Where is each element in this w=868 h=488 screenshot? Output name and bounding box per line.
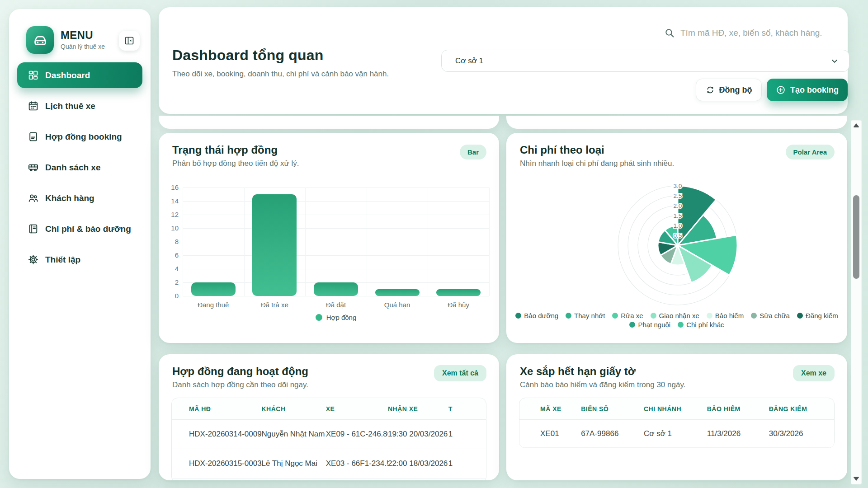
- calendar-icon: [27, 100, 39, 112]
- legend-item[interactable]: Đăng kiểm: [797, 312, 838, 319]
- table-header-row: MÃ XEBIỂN SỐCHI NHÁNHBẢO HIỂMĐĂNG KIỂM: [519, 398, 834, 420]
- scrollbar-down-arrow[interactable]: [853, 476, 860, 482]
- search-input[interactable]: [680, 28, 830, 38]
- table-row[interactable]: XE0167A-99866Cơ sở 111/3/202630/3/2026: [519, 420, 834, 448]
- page-title: Dashboard tổng quan: [172, 47, 323, 64]
- legend-item[interactable]: Rửa xe: [612, 312, 643, 319]
- legend-swatch: [751, 313, 757, 319]
- card-subtitle: Cảnh báo bảo hiểm và đăng kiểm trong 30 …: [520, 380, 685, 389]
- legend-item[interactable]: Bảo hiểm: [707, 312, 744, 319]
- table-cell: 1: [448, 459, 486, 468]
- page-subtitle: Theo dõi xe, booking, doanh thu, chi phí…: [172, 70, 389, 79]
- app-title: MENU: [61, 29, 93, 42]
- bar-1[interactable]: [252, 194, 297, 296]
- y-axis-tick: 10: [160, 224, 179, 232]
- bar-2[interactable]: [314, 282, 358, 296]
- bar-chart-legend: Hợp đồng: [183, 314, 489, 321]
- bar-0[interactable]: [191, 282, 236, 296]
- gridline: [367, 188, 367, 296]
- legend-item[interactable]: Chi phí khác: [678, 321, 724, 328]
- card-title: Trạng thái hợp đồng: [172, 144, 278, 156]
- facility-select[interactable]: Cơ sở 1: [441, 50, 849, 72]
- legend-item[interactable]: Sửa chữa: [751, 312, 790, 319]
- table-row[interactable]: HDX-20260315-0003Lê Thị Ngọc MaiXE03 - 6…: [172, 449, 486, 479]
- x-axis-label: Đã hủy: [428, 301, 489, 309]
- table-cell: Nguyễn Nhật Nam: [262, 430, 326, 439]
- table-cell: XE03 - 66F1-234.56: [326, 459, 388, 468]
- x-axis-label: Đang thuê: [183, 301, 244, 309]
- r-axis-tick: 3.0: [674, 183, 682, 189]
- sidebar-nav: Dashboard Lịch thuê xe Hợp đồng booking …: [17, 62, 142, 277]
- sync-button[interactable]: Đồng bộ: [696, 79, 762, 101]
- chart-type-badge: Bar: [460, 145, 486, 160]
- chart-type-badge: Polar Area: [786, 145, 835, 160]
- polar-area-chart: 0.51.01.52.02.53.0: [506, 168, 847, 317]
- x-axis-label: Đã trả xe: [244, 301, 306, 309]
- table-cell: XE09 - 61C-246.80: [326, 430, 388, 439]
- dashboard-icon: [27, 70, 39, 81]
- gridline: [183, 242, 489, 242]
- legend-label: Giao nhận xe: [659, 312, 699, 319]
- sidebar-item-label: Chi phí & bảo dưỡng: [45, 224, 131, 234]
- app-subtitle: Quản lý thuê xe: [61, 43, 105, 50]
- app-logo: [26, 26, 54, 54]
- legend-swatch: [515, 313, 521, 319]
- table-cell: 1: [448, 430, 486, 439]
- view-all-button[interactable]: Xem tất cả: [434, 365, 486, 381]
- sidebar-item-customers[interactable]: Khách hàng: [17, 185, 142, 211]
- vertical-scrollbar[interactable]: [851, 120, 862, 484]
- card-subtitle: Phân bố hợp đồng theo tiến độ xử lý.: [172, 159, 299, 168]
- legend-item[interactable]: Giao nhận xe: [651, 312, 699, 319]
- sidebar-item-rental-schedule[interactable]: Lịch thuê xe: [17, 93, 142, 119]
- column-header: CHI NHÁNH: [644, 405, 707, 413]
- sidebar-item-label: Hợp đồng booking: [45, 132, 122, 142]
- bar-3[interactable]: [375, 289, 420, 296]
- sidebar-item-booking-contracts[interactable]: Hợp đồng booking: [17, 124, 142, 150]
- card-subtitle: Danh sách hợp đồng cần theo dõi ngay.: [172, 380, 308, 389]
- bar-4[interactable]: [436, 289, 481, 296]
- y-axis-tick: 2: [160, 278, 179, 286]
- table-header-row: MÃ HĐKHÁCHXENHẬN XET: [172, 398, 486, 420]
- table-row[interactable]: HDX-20260314-0009Nguyễn Nhật NamXE09 - 6…: [172, 420, 486, 449]
- legend-item[interactable]: Phạt nguội: [629, 321, 670, 328]
- legend-item[interactable]: Thay nhớt: [566, 312, 605, 319]
- gridline: [183, 296, 489, 296]
- bar-plot-area: [183, 188, 489, 296]
- plus-circle-icon: [776, 85, 786, 95]
- y-axis-tick: 4: [160, 265, 179, 272]
- page-header-card: Dashboard tổng quan Theo dõi xe, booking…: [159, 7, 848, 114]
- legend-label: Phạt nguội: [638, 321, 670, 328]
- sidebar-item-label: Dashboard: [45, 70, 90, 80]
- legend-item[interactable]: Bảo dưỡng: [515, 312, 558, 319]
- card-subtitle: Nhìn nhanh loại chi phí đang phát sinh n…: [520, 159, 674, 168]
- sidebar-collapse-button[interactable]: [119, 31, 140, 51]
- sidebar-item-label: Thiết lập: [45, 255, 80, 265]
- legend-label: Bảo dưỡng: [524, 312, 558, 319]
- column-header: BẢO HIỂM: [707, 405, 769, 413]
- table-cell: 19:30 20/03/2026: [388, 430, 448, 439]
- view-vehicles-button[interactable]: Xem xe: [793, 365, 835, 381]
- legend-label: Sửa chữa: [760, 312, 790, 319]
- scrollbar-up-arrow[interactable]: [853, 123, 860, 128]
- sidebar: MENU Quản lý thuê xe Dashboard: [9, 9, 151, 479]
- sidebar-item-settings[interactable]: Thiết lập: [17, 247, 142, 272]
- scrollbar-thumb[interactable]: [853, 195, 859, 279]
- users-icon: [27, 192, 39, 204]
- collapse-panel-icon: [124, 35, 135, 46]
- sidebar-item-costs-maintenance[interactable]: Chi phí & bảo dưỡng: [17, 216, 142, 242]
- create-booking-button[interactable]: Tạo booking: [767, 79, 848, 101]
- sidebar-header: MENU Quản lý thuê xe: [19, 19, 141, 53]
- refresh-icon: [706, 85, 715, 94]
- legend-swatch: [651, 313, 656, 319]
- legend-label: Đăng kiểm: [806, 312, 838, 319]
- legend-swatch: [678, 322, 684, 328]
- sidebar-item-dashboard[interactable]: Dashboard: [17, 62, 142, 88]
- card-title: Xe sắp hết hạn giấy tờ: [520, 365, 636, 378]
- document-icon: [27, 131, 39, 143]
- gridline: [183, 228, 489, 229]
- gear-icon: [27, 254, 39, 266]
- y-axis-tick: 16: [160, 183, 179, 191]
- column-header: MÃ XE: [540, 405, 581, 413]
- sidebar-item-vehicle-list[interactable]: Danh sách xe: [17, 155, 142, 180]
- expiring-vehicles-card: Xe sắp hết hạn giấy tờ Cảnh báo bảo hiểm…: [506, 354, 847, 480]
